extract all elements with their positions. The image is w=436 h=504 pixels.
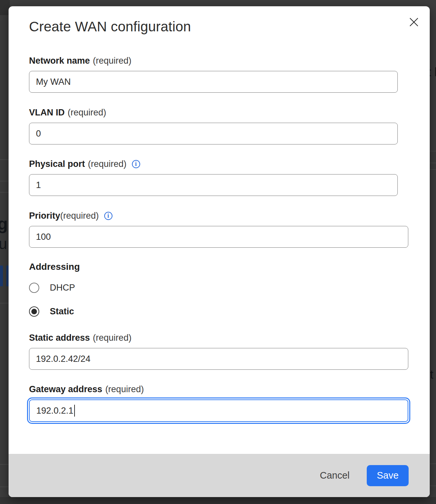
radio-unselected-icon bbox=[29, 283, 39, 293]
dialog-title: Create WAN configuration bbox=[29, 19, 191, 35]
backdrop-bottom-strip bbox=[0, 497, 436, 504]
backdrop-divider bbox=[0, 159, 9, 160]
backdrop-divider bbox=[0, 181, 9, 181]
static-address-input[interactable] bbox=[29, 348, 408, 370]
priority-label: Priority (required) i bbox=[29, 210, 112, 221]
backdrop-text-fragment: g bbox=[0, 214, 8, 234]
radio-option-dhcp[interactable]: DHCP bbox=[29, 282, 75, 293]
addressing-heading: Addressing bbox=[29, 262, 80, 272]
text-cursor bbox=[74, 405, 75, 417]
backdrop-divider bbox=[0, 487, 9, 487]
close-icon bbox=[409, 17, 419, 27]
backdrop-divider bbox=[430, 151, 436, 151]
create-wan-dialog: Create WAN configuration Network name (r… bbox=[9, 6, 430, 497]
radio-option-label: Static bbox=[50, 306, 74, 317]
backdrop-button-fragment bbox=[0, 266, 3, 286]
radio-selected-icon bbox=[29, 306, 39, 317]
backdrop-divider bbox=[430, 163, 436, 163]
gateway-address-value: 192.0.2.1 bbox=[36, 406, 74, 416]
priority-input[interactable] bbox=[29, 226, 408, 248]
backdrop-divider bbox=[430, 169, 436, 170]
vlan-id-input[interactable] bbox=[29, 123, 398, 144]
physical-port-label: Physical port (required) i bbox=[29, 158, 140, 170]
backdrop-divider bbox=[430, 463, 436, 464]
backdrop-divider bbox=[0, 192, 9, 193]
physical-port-input[interactable] bbox=[29, 174, 398, 196]
dialog-footer: Cancel Save bbox=[9, 454, 430, 497]
backdrop-divider bbox=[0, 464, 9, 465]
radio-option-static[interactable]: Static bbox=[29, 306, 74, 317]
cancel-button[interactable]: Cancel bbox=[318, 467, 352, 484]
backdrop-divider bbox=[0, 303, 9, 303]
static-address-label: Static address (required) bbox=[29, 332, 132, 343]
info-icon[interactable]: i bbox=[132, 160, 140, 168]
network-name-label: Network name (required) bbox=[29, 55, 132, 66]
backdrop-text-fragment: t bbox=[430, 368, 433, 382]
radio-option-label: DHCP bbox=[50, 283, 75, 293]
screen: g u t l t Create WAN configuration Netwo… bbox=[0, 0, 436, 504]
save-button[interactable]: Save bbox=[367, 465, 409, 486]
vlan-id-label: VLAN ID (required) bbox=[29, 107, 106, 118]
info-icon[interactable]: i bbox=[104, 212, 112, 220]
close-button[interactable] bbox=[407, 16, 420, 29]
gateway-address-input[interactable]: 192.0.2.1 bbox=[29, 399, 408, 422]
network-name-input[interactable] bbox=[29, 71, 398, 93]
backdrop-text-fragment: u bbox=[0, 235, 7, 253]
backdrop-divider bbox=[430, 486, 436, 486]
gateway-address-label: Gateway address (required) bbox=[29, 384, 144, 395]
